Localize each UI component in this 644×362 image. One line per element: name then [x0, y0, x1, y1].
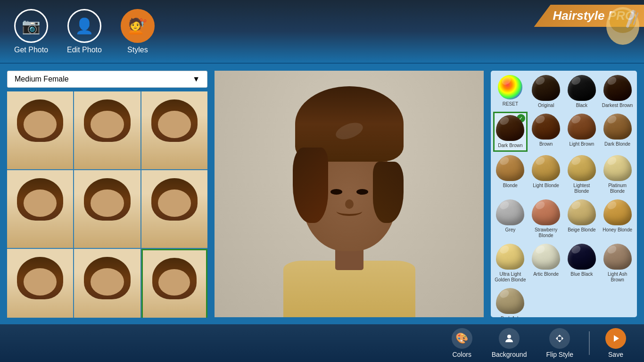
background-label: Background: [492, 351, 527, 358]
color-swatch: [532, 199, 560, 225]
camera-icon: 📷: [14, 9, 48, 43]
color-grid: RESETOriginalBlackDarkest Brown✓Dark Bro…: [493, 73, 635, 317]
header: 📷 Get Photo 👤 Edit Photo 💇 Styles Hairst…: [0, 0, 644, 64]
right-panel: RESETOriginalBlackDarkest Brown✓Dark Bro…: [491, 71, 637, 317]
edit-photo-label: Edit Photo: [67, 46, 102, 54]
save-icon: [605, 328, 626, 349]
color-name: Blonde: [503, 183, 518, 189]
color-name: RESET: [503, 101, 518, 107]
style-cell[interactable]: 60: [141, 170, 207, 248]
color-cell-platinum-blonde[interactable]: Platinum Blonde: [600, 153, 635, 196]
color-cell-light-brown[interactable]: Light Brown: [565, 112, 599, 152]
color-name: Honey Blonde: [603, 227, 632, 233]
color-name: Ultra Light Golden Blonde: [494, 272, 527, 283]
style-cell[interactable]: 57: [141, 91, 207, 169]
color-swatch: [496, 155, 524, 181]
style-dropdown[interactable]: Medium Female ▼: [7, 71, 207, 88]
color-name: Light Brown: [569, 141, 594, 147]
color-swatch: [603, 75, 632, 101]
style-cell[interactable]: 58: [7, 170, 73, 248]
color-swatch: [532, 244, 560, 270]
color-cell-strawberry-blonde[interactable]: Strawberry Blonde: [529, 197, 563, 240]
style-grid: 5556575859606162✓646566: [7, 91, 207, 318]
color-swatch: [603, 199, 632, 225]
color-swatch: [568, 244, 596, 270]
color-cell-lightest-blonde[interactable]: Lightest Blonde: [565, 153, 599, 196]
color-cell-blonde[interactable]: Blonde: [493, 153, 528, 196]
color-name: Dark Blonde: [604, 141, 630, 147]
flip-style-label: Flip Style: [546, 351, 573, 358]
color-cell-beige-blonde[interactable]: Beige Blonde: [565, 197, 599, 240]
flip-style-button[interactable]: Flip Style: [537, 324, 582, 362]
style-cell[interactable]: 55: [7, 91, 73, 169]
background-svg: [504, 333, 515, 344]
color-cell-dark-blonde[interactable]: Dark Blonde: [600, 112, 635, 152]
color-name: Platinum Blonde: [601, 183, 634, 194]
save-button[interactable]: Save: [597, 324, 635, 362]
style-cell[interactable]: 56: [74, 91, 140, 169]
colors-button[interactable]: 🎨 Colors: [443, 324, 481, 362]
color-cell-dark-brown[interactable]: ✓Dark Brown: [493, 112, 528, 152]
color-cell-artic-blonde[interactable]: Artic Blonde: [529, 242, 563, 285]
color-cell-reset[interactable]: RESET: [493, 73, 528, 110]
color-swatch: [496, 199, 524, 225]
style-cell[interactable]: ✓: [141, 249, 207, 318]
chevron-down-icon: ▼: [192, 75, 200, 83]
background-button[interactable]: Background: [483, 324, 536, 362]
colors-icon: 🎨: [452, 328, 472, 349]
color-cell-original[interactable]: Original: [529, 73, 563, 110]
style-cell[interactable]: 62: [74, 249, 140, 318]
color-swatch: [603, 114, 632, 140]
color-cell-darkest-brown[interactable]: Darkest Brown: [600, 73, 635, 110]
color-cell-dark-ash-blonde[interactable]: Dark Ash Blonde: [493, 286, 528, 317]
color-cell-brown[interactable]: Brown: [529, 112, 563, 152]
divider: [589, 331, 590, 355]
nav-styles[interactable]: 💇 Styles: [121, 9, 155, 54]
save-svg: [610, 333, 621, 344]
color-name: Grey: [505, 227, 516, 233]
color-swatch: [568, 199, 596, 225]
color-name: Black: [576, 103, 587, 108]
color-cell-ultra-light-golden-blonde[interactable]: Ultra Light Golden Blonde: [493, 242, 528, 285]
color-cell-honey-blonde[interactable]: Honey Blonde: [600, 197, 635, 240]
color-name: Beige Blonde: [568, 227, 596, 233]
get-photo-label: Get Photo: [14, 46, 48, 54]
color-name: Original: [538, 103, 554, 108]
save-label: Save: [608, 351, 623, 358]
color-name: Dark Brown: [498, 143, 522, 148]
color-swatch: [496, 288, 524, 314]
color-swatch: [498, 75, 522, 99]
color-name: Dark Ash Blonde: [494, 316, 527, 317]
styles-label: Styles: [127, 46, 148, 54]
left-panel: Medium Female ▼ 5556575859606162✓646566: [7, 71, 207, 317]
flip-svg: [554, 333, 565, 344]
color-name: Strawberry Blonde: [530, 227, 562, 239]
person-icon: 👤: [67, 9, 101, 43]
color-cell-grey[interactable]: Grey: [493, 197, 528, 240]
color-cell-black[interactable]: Black: [565, 73, 599, 110]
color-swatch: [532, 75, 560, 101]
color-name: Lightest Blonde: [566, 183, 598, 194]
nav-get-photo[interactable]: 📷 Get Photo: [14, 9, 48, 54]
color-swatch: [532, 155, 560, 181]
color-swatch: [496, 244, 524, 270]
logo-area: Hairstyle PRO: [493, 0, 644, 64]
color-swatch: [568, 155, 596, 181]
style-cell[interactable]: 61: [7, 249, 73, 318]
style-cell[interactable]: 59: [74, 170, 140, 248]
color-name: Darkest Brown: [602, 103, 633, 108]
color-name: Light Ash Brown: [601, 272, 634, 283]
color-swatch: [568, 114, 596, 140]
svg-point-5: [507, 335, 511, 338]
color-swatch: [603, 155, 632, 181]
color-name: Brown: [539, 141, 553, 147]
color-cell-light-blonde[interactable]: Light Blonde: [529, 153, 563, 196]
nav-edit-photo[interactable]: 👤 Edit Photo: [67, 9, 102, 54]
hairstyle-icon: 💇: [121, 9, 155, 43]
color-cell-blue-black[interactable]: Blue Black: [565, 242, 599, 285]
color-swatch: [568, 75, 596, 101]
photo-display: [215, 71, 484, 317]
color-cell-light-ash-brown[interactable]: Light Ash Brown: [600, 242, 635, 285]
main-content: Medium Female ▼ 5556575859606162✓646566: [0, 64, 644, 324]
center-panel: [215, 71, 484, 317]
